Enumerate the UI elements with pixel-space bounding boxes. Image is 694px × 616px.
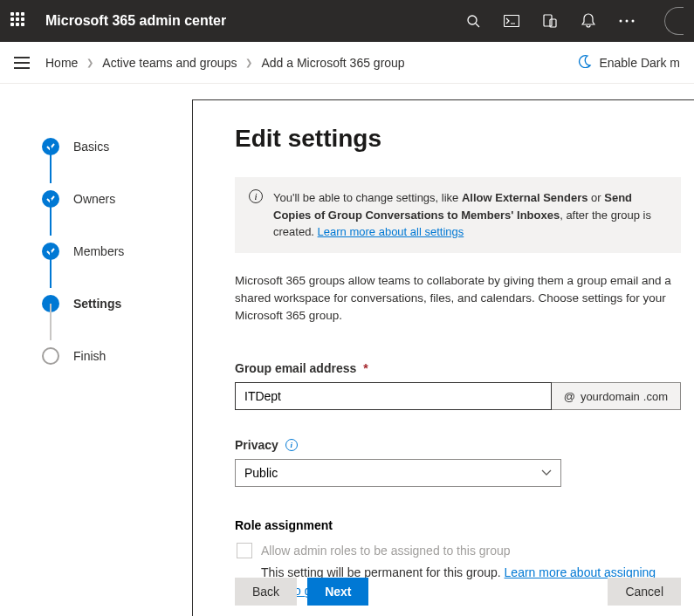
current-step-icon — [42, 295, 59, 312]
info-icon[interactable]: i — [285, 439, 298, 451]
breadcrumb-row: Home ❯ Active teams and groups ❯ Add a M… — [0, 42, 694, 84]
privacy-label: Privacy i — [235, 438, 681, 452]
group-email-input[interactable] — [235, 382, 552, 410]
step-label: Settings — [73, 297, 121, 311]
svg-rect-2 — [505, 16, 519, 27]
check-icon — [42, 138, 59, 155]
step-label: Members — [73, 244, 124, 258]
menu-icon[interactable] — [14, 57, 30, 69]
email-label: Group email address * — [235, 361, 681, 375]
role-checkbox-row: Allow admin roles to be assigned to this… — [237, 543, 681, 558]
breadcrumb: Home ❯ Active teams and groups ❯ Add a M… — [45, 56, 405, 70]
breadcrumb-home[interactable]: Home — [45, 56, 78, 70]
svg-point-5 — [620, 20, 622, 23]
page-title: Edit settings — [235, 125, 681, 153]
content-panel: Edit settings i You'll be able to change… — [192, 99, 694, 616]
privacy-value: Public — [244, 466, 278, 480]
app-title: Microsoft 365 admin center — [45, 13, 226, 29]
svg-rect-3 — [544, 15, 552, 26]
devices-icon[interactable] — [542, 13, 558, 29]
main-area: Basics Owners Members Settings Finish Ed… — [0, 84, 694, 616]
page-description: Microsoft 365 groups allow teams to coll… — [235, 272, 681, 325]
search-icon[interactable] — [465, 13, 481, 29]
check-icon — [42, 243, 59, 260]
wizard-steps: Basics Owners Members Settings Finish — [0, 84, 192, 616]
info-icon: i — [249, 189, 263, 203]
dark-mode-toggle[interactable]: Enable Dark m — [578, 54, 680, 71]
step-finish[interactable]: Finish — [42, 330, 192, 382]
step-label: Finish — [73, 349, 106, 363]
role-assignment-header: Role assignment — [235, 518, 681, 532]
svg-point-6 — [626, 20, 629, 23]
top-bar: Microsoft 365 admin center — [0, 0, 694, 42]
allow-admin-roles-checkbox[interactable] — [237, 543, 252, 558]
required-indicator: * — [363, 361, 368, 375]
step-members[interactable]: Members — [42, 225, 192, 277]
notifications-icon[interactable] — [581, 13, 596, 29]
step-settings[interactable]: Settings — [42, 277, 192, 330]
next-button[interactable]: Next — [307, 578, 368, 606]
top-icons — [465, 7, 684, 35]
info-text: You'll be able to change settings, like … — [273, 189, 667, 241]
footer-buttons: Back Next Cancel — [235, 578, 681, 606]
svg-line-1 — [476, 24, 479, 27]
more-icon[interactable] — [619, 13, 635, 29]
email-domain-selector[interactable]: @ yourdomain .com — [552, 382, 681, 410]
breadcrumb-add-group[interactable]: Add a Microsoft 365 group — [261, 56, 404, 70]
info-banner: i You'll be able to change settings, lik… — [235, 177, 681, 253]
step-label: Basics — [73, 140, 109, 154]
chevron-right-icon: ❯ — [245, 58, 252, 67]
step-label: Owners — [73, 192, 115, 206]
chevron-right-icon: ❯ — [86, 58, 93, 67]
step-owners[interactable]: Owners — [42, 173, 192, 225]
email-input-row: @ yourdomain .com — [235, 382, 681, 410]
step-basics[interactable]: Basics — [42, 120, 192, 173]
back-button[interactable]: Back — [235, 578, 297, 606]
avatar[interactable] — [664, 7, 684, 35]
learn-more-settings-link[interactable]: Learn more about all settings — [318, 225, 464, 238]
svg-point-0 — [468, 16, 477, 24]
app-launcher-icon[interactable] — [10, 12, 28, 30]
check-icon — [42, 190, 59, 208]
svg-point-7 — [632, 20, 635, 23]
chevron-down-icon — [541, 467, 552, 479]
dark-mode-label: Enable Dark m — [599, 56, 680, 70]
shell-icon[interactable] — [504, 13, 519, 29]
pending-step-icon — [42, 347, 59, 365]
cancel-button[interactable]: Cancel — [608, 578, 681, 606]
allow-admin-roles-label: Allow admin roles to be assigned to this… — [261, 544, 511, 558]
moon-icon — [578, 54, 592, 71]
privacy-select[interactable]: Public — [235, 459, 561, 487]
breadcrumb-teams[interactable]: Active teams and groups — [102, 56, 237, 70]
